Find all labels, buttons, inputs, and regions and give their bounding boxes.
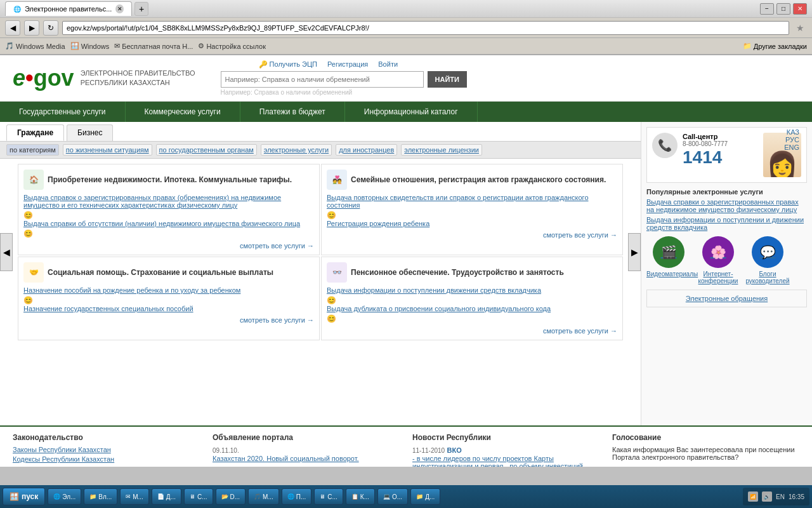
close-btn[interactable]: ✕ bbox=[793, 3, 807, 15]
other-bookmarks-btn[interactable]: 📁 Другие закладки bbox=[743, 42, 807, 50]
family-link-1[interactable]: Выдача повторных свидетельств или справо… bbox=[327, 194, 617, 209]
electronic-appeals-link[interactable]: Электронные обращения bbox=[686, 295, 768, 302]
service-social: 🤝 Социальная помощь. Страхование и социа… bbox=[18, 257, 320, 340]
logo-gov: gov bbox=[34, 65, 74, 91]
nav-budget-payments[interactable]: Платежи в бюджет bbox=[240, 102, 345, 122]
taskbar-item-1[interactable]: 📁 Вл... bbox=[84, 488, 117, 505]
subtab-state-organs[interactable]: по государственным органам bbox=[156, 144, 257, 156]
get-ecp-link[interactable]: 🔑 Получить ЭЦП bbox=[259, 60, 317, 69]
subtab-categories[interactable]: по категориям bbox=[6, 144, 59, 156]
slider-right-btn[interactable]: ▶ bbox=[628, 233, 641, 271]
lang-eng[interactable]: ENG bbox=[784, 144, 799, 151]
taskbar-item-3[interactable]: 📄 Д... bbox=[152, 488, 181, 505]
sub-tabs-bar: по категориям по жизненным ситуациям по … bbox=[0, 142, 641, 159]
address-bar[interactable] bbox=[62, 21, 789, 35]
service-family: 💑 Семейные отношения, регистрация актов … bbox=[321, 164, 623, 255]
footer-announcements: Объявление портала 09.11.10. Казахстан 2… bbox=[213, 433, 400, 467]
pension-link-2[interactable]: Выдача дубликата о присвоении социальног… bbox=[327, 305, 617, 312]
smile-icon-4: 😊 bbox=[23, 296, 33, 305]
taskbar-item-11[interactable]: 📁 Д... bbox=[410, 488, 440, 505]
slider-left-btn[interactable]: ◀ bbox=[0, 233, 13, 271]
social-see-all-link[interactable]: смотреть все услуги → bbox=[240, 316, 314, 324]
social-link-2[interactable]: Назначение государственных специальных п… bbox=[23, 305, 314, 312]
taskbar-item-0[interactable]: 🌐 Эл... bbox=[48, 488, 81, 505]
search-input[interactable] bbox=[221, 71, 424, 88]
clock: 16:35 bbox=[789, 493, 804, 500]
taskbar-item-4[interactable]: 🖥 С... bbox=[184, 488, 213, 505]
phone-icon: 📞 bbox=[652, 133, 678, 158]
nav-government-services[interactable]: Государственные услуги bbox=[0, 102, 126, 122]
taskbar-item-9[interactable]: 📋 К... bbox=[346, 488, 375, 505]
lang-rus[interactable]: РУС bbox=[784, 136, 799, 144]
search-button[interactable]: НАЙТИ bbox=[428, 71, 467, 88]
bookmark-mail[interactable]: ✉ Бесплатная почта Н... bbox=[114, 42, 193, 50]
popular-link-1[interactable]: Выдача справки о зарегистрированных прав… bbox=[646, 198, 807, 213]
bookmark-star-btn[interactable]: ★ bbox=[793, 21, 807, 35]
taskbar-item-7[interactable]: 🌐 П... bbox=[282, 488, 312, 505]
pension-link-1[interactable]: Выдача информации о поступлении движении… bbox=[327, 286, 617, 294]
callcenter-title: Call-центр bbox=[683, 133, 758, 140]
popular-links: Выдача справки о зарегистрированных прав… bbox=[646, 198, 807, 231]
taskbar-item-2[interactable]: ✉ М... bbox=[120, 488, 149, 505]
minimize-btn[interactable]: − bbox=[760, 3, 774, 15]
pension-see-all-link[interactable]: смотреть все услуги → bbox=[543, 327, 617, 335]
subtab-life-situations[interactable]: по жизненным ситуациям bbox=[63, 144, 152, 156]
tab-business[interactable]: Бизнес bbox=[67, 124, 113, 141]
start-button[interactable]: 🪟 пуск bbox=[3, 488, 45, 505]
language-indicator[interactable]: EN bbox=[776, 493, 785, 500]
popular-link-2[interactable]: Выдача информации о поступлении и движен… bbox=[646, 216, 807, 231]
register-link[interactable]: Регистрация bbox=[327, 60, 368, 69]
mail-icon: ✉ bbox=[114, 42, 120, 50]
bookmark-windows[interactable]: 🪟 Windows bbox=[70, 42, 110, 50]
taskbar-item-6[interactable]: 🎵 М... bbox=[248, 488, 279, 505]
taskbar-item-icon-1: 📁 bbox=[89, 493, 96, 500]
taskbar-item-5[interactable]: 📂 D... bbox=[216, 488, 246, 505]
tab-close-btn[interactable]: ✕ bbox=[115, 4, 124, 13]
callcenter-box: 📞 Call-центр 8-800-080-7777 1414 👩 bbox=[646, 127, 807, 183]
lang-kaz[interactable]: КАЗ bbox=[784, 128, 799, 136]
login-link[interactable]: Войти bbox=[378, 60, 398, 69]
laws-link[interactable]: Законы Республики Казахстан bbox=[13, 446, 200, 453]
language-links: КАЗ РУС ENG bbox=[784, 128, 799, 151]
bookmark-windows-media[interactable]: 🎵 Windows Media bbox=[5, 42, 65, 50]
property-see-all-link[interactable]: смотреть все услуги → bbox=[240, 242, 314, 250]
subtab-licenses[interactable]: электронные лицензии bbox=[401, 144, 482, 156]
taskbar-item-label-2: М... bbox=[133, 493, 143, 500]
nav-commercial-services[interactable]: Коммерческие услуги bbox=[126, 102, 240, 122]
family-see-all-link[interactable]: смотреть все услуги → bbox=[543, 231, 617, 239]
maximize-btn[interactable]: □ bbox=[776, 3, 790, 15]
forward-btn[interactable]: ▶ bbox=[24, 20, 39, 36]
back-btn[interactable]: ◀ bbox=[5, 20, 20, 36]
smile-icon-1: 😊 bbox=[23, 211, 33, 220]
taskbar-item-icon-11: 📁 bbox=[416, 493, 423, 500]
family-see-all: смотреть все услуги → bbox=[327, 231, 617, 239]
logo-e: e bbox=[13, 65, 25, 91]
video-materials-btn[interactable]: 🎬 Видеоматериалы bbox=[646, 236, 691, 284]
nav-info-catalog[interactable]: Информационный каталог bbox=[345, 102, 478, 122]
subtab-electronic-services[interactable]: электронные услуги bbox=[261, 144, 332, 156]
property-link-2[interactable]: Выдача справки об отсутствии (наличии) н… bbox=[23, 220, 314, 227]
codes-link[interactable]: Кодексы Республики Казахстан bbox=[13, 455, 200, 463]
internet-conference-btn[interactable]: 🌸 Интернет-конференции bbox=[696, 236, 740, 284]
service-property: 🏠 Приобретение недвижимости. Ипотека. Ко… bbox=[18, 164, 320, 255]
announcement-text[interactable]: Казахстан 2020. Новый социальный поворот… bbox=[213, 455, 400, 462]
taskbar-item-icon-2: ✉ bbox=[126, 493, 131, 500]
browser-tab-active[interactable]: 🌐 Электронное правительс... ✕ bbox=[5, 1, 132, 16]
smile-icon-3: 😊 bbox=[327, 211, 336, 220]
news-text[interactable]: - в числе лидеров по числу проектов Карт… bbox=[412, 455, 599, 467]
social-link-1[interactable]: Назначение пособий на рождение ребенка и… bbox=[23, 286, 314, 294]
taskbar-item-label-4: С... bbox=[197, 493, 207, 500]
conference-icon: 🌸 bbox=[702, 236, 734, 268]
tab-citizens[interactable]: Граждане bbox=[6, 124, 64, 141]
taskbar-item-8[interactable]: 🖥 С... bbox=[314, 488, 343, 505]
blogs-btn[interactable]: 💬 Блоги руководителей bbox=[745, 236, 790, 284]
main-content: Граждане Бизнес по категориям по жизненн… bbox=[0, 122, 641, 425]
family-link-2[interactable]: Регистрация рождения ребенка bbox=[327, 220, 617, 227]
bookmark-settings[interactable]: ⚙ Настройка ссылок bbox=[198, 42, 266, 50]
taskbar-item-10[interactable]: 💻 О... bbox=[377, 488, 408, 505]
property-link-1[interactable]: Выдача справок о зарегистрированных прав… bbox=[23, 194, 314, 209]
subtab-foreigners[interactable]: для иностранцев bbox=[336, 144, 397, 156]
taskbar-item-icon-9: 📋 bbox=[351, 493, 358, 500]
refresh-btn[interactable]: ↻ bbox=[43, 20, 58, 36]
new-tab-btn[interactable]: + bbox=[134, 2, 148, 16]
